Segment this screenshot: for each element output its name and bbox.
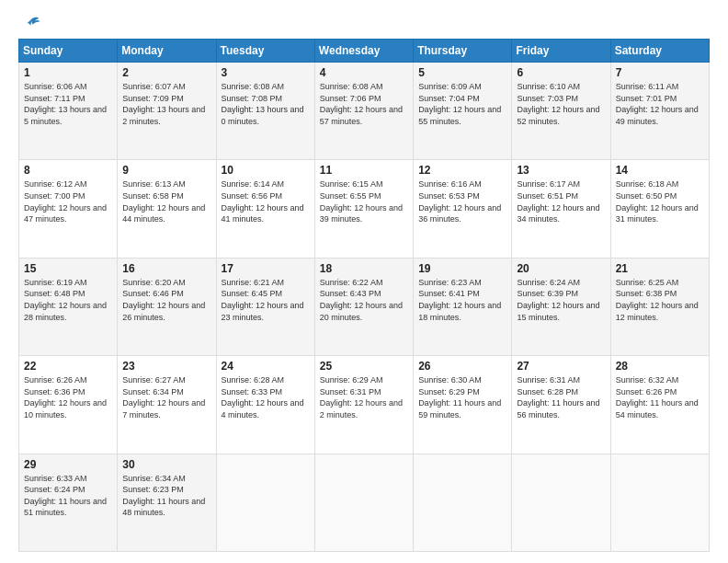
day-info: Sunrise: 6:29 AMSunset: 6:31 PMDaylight:… <box>320 375 403 419</box>
day-number: 3 <box>222 66 310 79</box>
day-number: 4 <box>320 66 408 79</box>
calendar-cell: 13 Sunrise: 6:17 AMSunset: 6:51 PMDaylig… <box>512 160 610 258</box>
day-info: Sunrise: 6:10 AMSunset: 7:03 PMDaylight:… <box>517 82 599 126</box>
day-info: Sunrise: 6:14 AMSunset: 6:56 PMDaylight:… <box>222 179 304 224</box>
calendar-cell: 1 Sunrise: 6:06 AMSunset: 7:11 PMDayligh… <box>19 63 118 160</box>
day-number: 8 <box>24 164 112 177</box>
day-number: 24 <box>222 360 310 373</box>
calendar-cell: 18 Sunrise: 6:22 AMSunset: 6:43 PMDaylig… <box>314 258 413 355</box>
page: SundayMondayTuesdayWednesdayThursdayFrid… <box>0 0 728 563</box>
day-info: Sunrise: 6:15 AMSunset: 6:55 PMDaylight:… <box>320 179 403 224</box>
logo-bird-icon <box>22 15 40 33</box>
day-number: 21 <box>616 262 704 275</box>
day-number: 14 <box>616 164 704 177</box>
day-number: 23 <box>122 360 210 373</box>
day-info: Sunrise: 6:24 AMSunset: 6:39 PMDaylight:… <box>517 278 599 322</box>
calendar-cell: 22 Sunrise: 6:26 AMSunset: 6:36 PMDaylig… <box>19 356 118 454</box>
calendar-cell: 15 Sunrise: 6:19 AMSunset: 6:48 PMDaylig… <box>19 258 118 355</box>
day-number: 22 <box>24 360 112 373</box>
day-number: 13 <box>517 164 605 177</box>
calendar-cell: 29 Sunrise: 6:33 AMSunset: 6:24 PMDaylig… <box>19 454 118 551</box>
calendar-cell: 24 Sunrise: 6:28 AMSunset: 6:33 PMDaylig… <box>216 356 314 454</box>
day-number: 28 <box>616 360 704 373</box>
day-info: Sunrise: 6:22 AMSunset: 6:43 PMDaylight:… <box>320 278 403 322</box>
calendar-day-header: Friday <box>512 40 610 63</box>
calendar-cell: 17 Sunrise: 6:21 AMSunset: 6:45 PMDaylig… <box>216 258 314 355</box>
day-info: Sunrise: 6:07 AMSunset: 7:09 PMDaylight:… <box>122 82 205 126</box>
calendar-day-header: Sunday <box>19 40 118 63</box>
calendar-cell: 16 Sunrise: 6:20 AMSunset: 6:46 PMDaylig… <box>118 258 216 355</box>
day-info: Sunrise: 6:13 AMSunset: 6:58 PMDaylight:… <box>122 179 205 224</box>
logo <box>18 15 40 29</box>
calendar-cell: 4 Sunrise: 6:08 AMSunset: 7:06 PMDayligh… <box>314 63 413 160</box>
day-info: Sunrise: 6:21 AMSunset: 6:45 PMDaylight:… <box>222 278 304 322</box>
day-info: Sunrise: 6:09 AMSunset: 7:04 PMDaylight:… <box>418 82 501 126</box>
day-info: Sunrise: 6:23 AMSunset: 6:41 PMDaylight:… <box>418 278 501 322</box>
day-info: Sunrise: 6:27 AMSunset: 6:34 PMDaylight:… <box>122 375 205 419</box>
calendar-cell <box>314 454 413 551</box>
day-info: Sunrise: 6:08 AMSunset: 7:08 PMDaylight:… <box>222 82 304 126</box>
header <box>18 15 710 29</box>
day-info: Sunrise: 6:06 AMSunset: 7:11 PMDaylight:… <box>24 82 107 126</box>
calendar-header-row: SundayMondayTuesdayWednesdayThursdayFrid… <box>19 40 710 63</box>
calendar-week-row: 8 Sunrise: 6:12 AMSunset: 7:00 PMDayligh… <box>19 160 710 258</box>
day-info: Sunrise: 6:31 AMSunset: 6:28 PMDaylight:… <box>517 375 599 419</box>
calendar-cell <box>512 454 610 551</box>
calendar-cell: 23 Sunrise: 6:27 AMSunset: 6:34 PMDaylig… <box>118 356 216 454</box>
day-number: 2 <box>122 66 210 79</box>
calendar-cell <box>414 454 512 551</box>
day-number: 6 <box>517 66 605 79</box>
calendar-cell: 14 Sunrise: 6:18 AMSunset: 6:50 PMDaylig… <box>610 160 709 258</box>
day-info: Sunrise: 6:16 AMSunset: 6:53 PMDaylight:… <box>418 179 501 224</box>
calendar-table: SundayMondayTuesdayWednesdayThursdayFrid… <box>18 39 710 552</box>
day-number: 18 <box>320 262 408 275</box>
calendar-day-header: Thursday <box>414 40 512 63</box>
calendar-cell: 25 Sunrise: 6:29 AMSunset: 6:31 PMDaylig… <box>314 356 413 454</box>
day-info: Sunrise: 6:12 AMSunset: 7:00 PMDaylight:… <box>24 179 107 224</box>
day-info: Sunrise: 6:19 AMSunset: 6:48 PMDaylight:… <box>24 278 107 322</box>
calendar-week-row: 22 Sunrise: 6:26 AMSunset: 6:36 PMDaylig… <box>19 356 710 454</box>
calendar-cell: 7 Sunrise: 6:11 AMSunset: 7:01 PMDayligh… <box>610 63 709 160</box>
day-number: 5 <box>418 66 506 79</box>
day-info: Sunrise: 6:20 AMSunset: 6:46 PMDaylight:… <box>122 278 205 322</box>
calendar-cell: 20 Sunrise: 6:24 AMSunset: 6:39 PMDaylig… <box>512 258 610 355</box>
calendar-cell <box>610 454 709 551</box>
day-number: 15 <box>24 262 112 275</box>
calendar-cell <box>216 454 314 551</box>
day-info: Sunrise: 6:18 AMSunset: 6:50 PMDaylight:… <box>616 179 699 224</box>
calendar-cell: 6 Sunrise: 6:10 AMSunset: 7:03 PMDayligh… <box>512 63 610 160</box>
calendar-week-row: 15 Sunrise: 6:19 AMSunset: 6:48 PMDaylig… <box>19 258 710 355</box>
day-number: 12 <box>418 164 506 177</box>
calendar-cell: 19 Sunrise: 6:23 AMSunset: 6:41 PMDaylig… <box>414 258 512 355</box>
calendar-cell: 10 Sunrise: 6:14 AMSunset: 6:56 PMDaylig… <box>216 160 314 258</box>
day-info: Sunrise: 6:08 AMSunset: 7:06 PMDaylight:… <box>320 82 403 126</box>
calendar-day-header: Tuesday <box>216 40 314 63</box>
day-number: 7 <box>616 66 704 79</box>
day-info: Sunrise: 6:11 AMSunset: 7:01 PMDaylight:… <box>616 82 699 126</box>
calendar-cell: 12 Sunrise: 6:16 AMSunset: 6:53 PMDaylig… <box>414 160 512 258</box>
calendar-cell: 9 Sunrise: 6:13 AMSunset: 6:58 PMDayligh… <box>118 160 216 258</box>
day-info: Sunrise: 6:26 AMSunset: 6:36 PMDaylight:… <box>24 375 107 419</box>
calendar-cell: 30 Sunrise: 6:34 AMSunset: 6:23 PMDaylig… <box>118 454 216 551</box>
day-number: 10 <box>222 164 310 177</box>
day-number: 27 <box>517 360 605 373</box>
day-info: Sunrise: 6:32 AMSunset: 6:26 PMDaylight:… <box>616 375 699 419</box>
calendar-week-row: 29 Sunrise: 6:33 AMSunset: 6:24 PMDaylig… <box>19 454 710 551</box>
calendar-day-header: Saturday <box>610 40 709 63</box>
day-number: 16 <box>122 262 210 275</box>
calendar-cell: 11 Sunrise: 6:15 AMSunset: 6:55 PMDaylig… <box>314 160 413 258</box>
day-number: 17 <box>222 262 310 275</box>
day-info: Sunrise: 6:25 AMSunset: 6:38 PMDaylight:… <box>616 278 699 322</box>
day-number: 30 <box>122 458 210 471</box>
day-info: Sunrise: 6:34 AMSunset: 6:23 PMDaylight:… <box>122 474 205 518</box>
calendar-cell: 5 Sunrise: 6:09 AMSunset: 7:04 PMDayligh… <box>414 63 512 160</box>
calendar-cell: 2 Sunrise: 6:07 AMSunset: 7:09 PMDayligh… <box>118 63 216 160</box>
day-number: 11 <box>320 164 408 177</box>
day-number: 29 <box>24 458 112 471</box>
calendar-cell: 27 Sunrise: 6:31 AMSunset: 6:28 PMDaylig… <box>512 356 610 454</box>
day-number: 20 <box>517 262 605 275</box>
calendar-day-header: Wednesday <box>314 40 413 63</box>
day-number: 26 <box>418 360 506 373</box>
day-info: Sunrise: 6:30 AMSunset: 6:29 PMDaylight:… <box>418 375 501 419</box>
calendar-cell: 28 Sunrise: 6:32 AMSunset: 6:26 PMDaylig… <box>610 356 709 454</box>
